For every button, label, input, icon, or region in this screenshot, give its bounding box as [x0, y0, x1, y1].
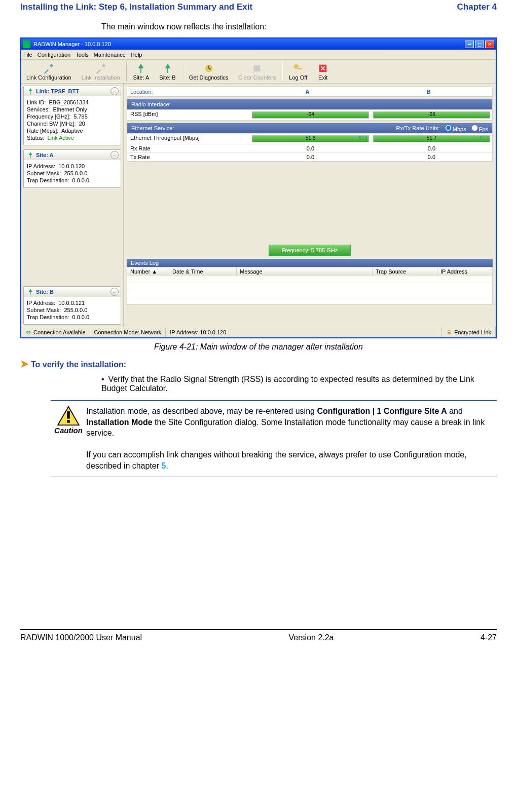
link-status: Link Active: [47, 135, 74, 141]
svg-rect-8: [67, 420, 69, 422]
bullet-icon: •: [101, 375, 104, 383]
location-row: Location: A B: [127, 87, 493, 97]
ethernet-header: Ethernet Service: Rx/Tx Rate Units: Mbps…: [127, 123, 492, 133]
rate-units: Rx/Tx Rate Units: Mbps Fps: [396, 125, 488, 132]
link-panel: Link: TPSF_BTT ︿ Link ID: EBG_20561334 S…: [23, 86, 121, 145]
procedure-heading: ➤To verify the installation:: [20, 358, 497, 370]
app-logo-icon: [23, 41, 30, 48]
radio-block: Radio Interface: RSS [dBm] -64 -66: [127, 99, 493, 121]
diagnostics-icon: [203, 63, 214, 74]
link-title[interactable]: Link: TPSF_BTT: [36, 88, 79, 94]
sidebar: Link: TPSF_BTT ︿ Link ID: EBG_20561334 S…: [21, 84, 124, 327]
clear-icon: [251, 63, 263, 74]
bullet-item: •Verify that the Radio Signal Strength (…: [101, 375, 497, 393]
table-row: [127, 283, 492, 290]
statusbar: Connection Available Connection Mode: Ne…: [21, 327, 496, 337]
col-ip[interactable]: IP Address: [437, 267, 492, 276]
status-mode: Connection Mode: Network: [90, 327, 166, 337]
events-log-header: Events Log: [127, 259, 493, 267]
svg-rect-5: [448, 332, 451, 334]
link-panel-header[interactable]: Link: TPSF_BTT ︿: [24, 86, 121, 96]
throughput-bar-b: 51.752.8: [373, 135, 490, 142]
frequency-badge: Frequency: 5.785 GHz: [269, 245, 351, 256]
mbps-radio[interactable]: Mbps: [443, 125, 466, 132]
antenna-icon: [162, 63, 173, 74]
menu-tools[interactable]: Tools: [76, 52, 89, 58]
wrench-disabled-icon: [95, 63, 106, 74]
maximize-button[interactable]: ◻: [475, 41, 484, 48]
toolbar-site-b[interactable]: Site: B: [154, 60, 180, 83]
doc-header-right: Chapter 4: [457, 2, 497, 12]
menu-help[interactable]: Help: [131, 52, 142, 58]
throughput-bar-a: 51.652.8: [252, 135, 369, 142]
antenna-icon: [27, 88, 34, 95]
app-window: RADWIN Manager - 10.0.0.120 ━ ◻ ✕ File C…: [20, 37, 497, 338]
key-icon: [292, 63, 304, 74]
col-trap-source[interactable]: Trap Source: [373, 267, 437, 276]
toolbar-diagnostics[interactable]: Get Diagnostics: [184, 60, 234, 83]
antenna-icon: [135, 63, 146, 74]
toolbar-link-config[interactable]: Link Configuration: [21, 60, 77, 83]
toolbar-logoff[interactable]: Log Off: [284, 60, 312, 83]
foot-right: 4-27: [481, 633, 497, 642]
status-encrypted: Encrypted Link: [442, 327, 496, 337]
site-b-panel: Site: B ︿ IP Address: 10.0.0.121 Subnet …: [23, 286, 121, 325]
link-icon: [25, 329, 31, 335]
wrench-icon: [43, 63, 54, 74]
titlebar[interactable]: RADWIN Manager - 10.0.0.120 ━ ◻ ✕: [21, 38, 496, 50]
ethernet-block: Ethernet Service: Rx/Tx Rate Units: Mbps…: [127, 123, 493, 162]
svg-rect-3: [298, 68, 302, 69]
foot-mid: Version 2.2a: [289, 633, 334, 642]
foot-left: RADWIN 1000/2000 User Manual: [20, 633, 142, 642]
antenna-icon: [27, 151, 34, 159]
site-b-panel-header[interactable]: Site: B ︿: [24, 287, 121, 297]
doc-header: Installing the Link: Step 6, Installatio…: [20, 0, 497, 15]
table-row: [127, 290, 492, 297]
menu-configuration[interactable]: Configuration: [38, 52, 70, 58]
fps-radio[interactable]: Fps: [469, 125, 488, 132]
rss-bar-a: -64: [252, 111, 369, 119]
col-message[interactable]: Message: [237, 267, 373, 276]
radio-header: Radio Interface:: [127, 99, 492, 109]
collapse-icon[interactable]: ︿: [110, 87, 119, 95]
collapse-icon[interactable]: ︿: [110, 151, 119, 159]
caution-box: Caution Installation mode, as described …: [51, 400, 497, 477]
column-b: B: [368, 89, 489, 95]
svg-rect-1: [254, 65, 261, 71]
svg-rect-7: [67, 411, 69, 419]
caution-icon: Caution: [51, 406, 86, 472]
menu-maintenance[interactable]: Maintenance: [94, 52, 126, 58]
collapse-icon[interactable]: ︿: [110, 288, 119, 296]
toolbar: Link Configuration Link Installation Sit…: [21, 60, 496, 84]
status-connection: Connection Available: [21, 327, 90, 337]
events-log-table[interactable]: Number ▲ Date & Time Message Trap Source…: [127, 267, 493, 305]
menubar: File Configuration Tools Maintenance Hel…: [21, 50, 496, 60]
col-datetime[interactable]: Date & Time: [169, 267, 237, 276]
exit-icon: [317, 63, 328, 74]
doc-footer: RADWIN 1000/2000 User Manual Version 2.2…: [20, 629, 497, 642]
toolbar-clear-counters: Clear Counters: [233, 60, 281, 83]
intro-text: The main window now reflects the install…: [101, 22, 497, 31]
doc-header-left: Installing the Link: Step 6, Installatio…: [20, 2, 252, 12]
main-area: Location: A B Radio Interface: RSS [dBm]…: [124, 84, 496, 327]
figure-caption: Figure 4-21: Main window of the manager …: [20, 342, 497, 352]
table-row: [127, 297, 492, 304]
close-button[interactable]: ✕: [485, 41, 494, 48]
col-number[interactable]: Number ▲: [127, 267, 169, 276]
chevron-icon: ➤: [20, 358, 29, 369]
site-a-panel-header[interactable]: Site: A ︿: [24, 150, 121, 160]
toolbar-link-install: Link Installation: [77, 60, 125, 83]
table-row: [127, 276, 492, 283]
menu-file[interactable]: File: [23, 52, 32, 58]
rss-bar-b: -66: [373, 111, 490, 119]
toolbar-site-a[interactable]: Site: A: [128, 60, 155, 83]
caution-text: Installation mode, as described above, m…: [86, 406, 497, 472]
window-title: RADWIN Manager - 10.0.0.120: [33, 41, 111, 47]
status-ip: IP Address: 10.0.0.120: [166, 327, 442, 337]
antenna-icon: [27, 288, 34, 295]
minimize-button[interactable]: ━: [465, 41, 474, 48]
site-a-panel: Site: A ︿ IP Address: 10.0.0.120 Subnet …: [23, 149, 121, 188]
lock-icon: [446, 329, 452, 335]
toolbar-exit[interactable]: Exit: [312, 60, 334, 83]
column-a: A: [247, 89, 368, 95]
